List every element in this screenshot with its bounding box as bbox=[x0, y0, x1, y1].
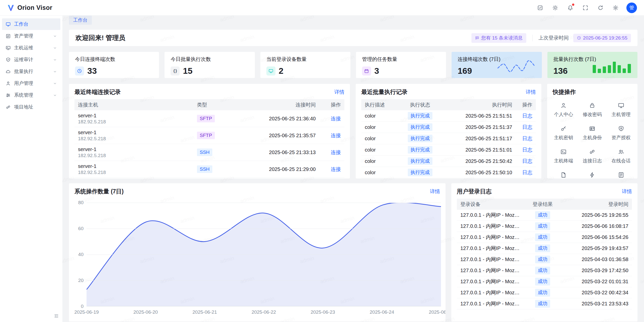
quick-action-command-exec[interactable]: 命令执行 bbox=[578, 172, 607, 178]
stat-value: 3 bbox=[374, 66, 379, 76]
connect-link[interactable]: 连接 bbox=[331, 116, 341, 121]
table-row: server-1182.92.5.218 SSH 2025-06-25 21:3… bbox=[74, 144, 344, 161]
sidebar-item-batch-exec[interactable]: 批量执行 bbox=[2, 66, 60, 77]
connect-link[interactable]: 连接 bbox=[331, 166, 341, 172]
main-content: 工作台 欢迎回来! 管理员 您有 15 条未读消息 上次登录时间 2025-06… bbox=[62, 16, 644, 322]
tune-settings-icon bbox=[6, 93, 11, 98]
quick-action-host-manage[interactable]: 主机管理 bbox=[607, 102, 635, 118]
theme-sun-icon[interactable] bbox=[551, 4, 559, 12]
cloud-icon bbox=[6, 69, 11, 74]
stat-card-terminal-today: 今日连接终端次数 33 bbox=[69, 52, 159, 78]
terminal-records-detail-link[interactable]: 详情 bbox=[334, 89, 344, 95]
log-link[interactable]: 日志 bbox=[522, 136, 532, 141]
log-link[interactable]: 日志 bbox=[522, 147, 532, 153]
lock-icon bbox=[589, 102, 595, 109]
quick-action-host-identity[interactable]: 主机身份 bbox=[578, 125, 607, 141]
connect-link[interactable]: 连接 bbox=[331, 150, 341, 155]
log-link[interactable]: 日志 bbox=[522, 113, 532, 119]
log-link[interactable]: 日志 bbox=[522, 170, 532, 175]
user-avatar[interactable]: 管 bbox=[626, 3, 637, 13]
quick-action-asset-grant[interactable]: 资产授权 bbox=[607, 125, 635, 141]
table-row: server-1182.92.5.218 SSH 2025-06-25 21:2… bbox=[74, 161, 344, 178]
card-title: 系统操作数量 (7日) bbox=[74, 188, 124, 195]
log-link[interactable]: 日志 bbox=[522, 124, 532, 130]
table-row: color 执行完成 2025-06-25 21:51:37 日志 bbox=[361, 122, 536, 133]
login-result-badge: 成功 bbox=[535, 256, 550, 263]
quick-action-host-key[interactable]: 主机密钥 bbox=[549, 125, 578, 141]
card-title: 最近批量执行记录 bbox=[361, 88, 408, 96]
quick-action-host-terminal[interactable]: 主机终端 bbox=[549, 149, 578, 164]
quick-action-file-log[interactable]: 文件操作日志 bbox=[549, 172, 578, 178]
key-icon bbox=[560, 125, 567, 132]
tab-workbench[interactable]: 工作台 bbox=[69, 16, 92, 25]
x-axis-labels: 2025-06-192025-06-202025-06-212025-06-22… bbox=[87, 306, 441, 316]
sidebar-item-system[interactable]: 系统管理 bbox=[2, 89, 60, 101]
sidebar-item-label: 系统管理 bbox=[14, 92, 33, 98]
quick-action-exec-log[interactable]: 执行日志 bbox=[607, 172, 635, 178]
quick-actions-card: 快捷操作 个人中心 修改密码 主机管理 主机密钥 bbox=[547, 84, 637, 178]
table-row: server-1182.92.5.218 SFTP 2025-06-25 21:… bbox=[74, 110, 344, 127]
message-icon bbox=[475, 36, 479, 40]
batch-records-detail-link[interactable]: 详情 bbox=[526, 89, 536, 95]
sidebar-item-label: 主机运维 bbox=[14, 45, 33, 51]
sidebar-item-users[interactable]: 用户管理 bbox=[2, 78, 60, 89]
stats-row: 今日连接终端次数 33 今日批量执行次数 { } 15 当前登录设备数量 2 bbox=[69, 52, 637, 78]
login-logs-detail-link[interactable]: 详情 bbox=[622, 188, 632, 195]
chevron-down-icon bbox=[53, 34, 57, 38]
orion-visor-logo-icon bbox=[7, 4, 15, 12]
fullscreen-icon[interactable] bbox=[581, 4, 590, 12]
exec-status-badge: 执行完成 bbox=[408, 112, 432, 120]
monitor-icon bbox=[618, 102, 624, 109]
refresh-icon[interactable] bbox=[596, 4, 605, 12]
table-row: 127.0.0.1 - 内网IP - Mozilla/5.0 (Windows … bbox=[457, 254, 632, 265]
chevron-down-icon bbox=[53, 46, 57, 50]
braces-icon: { } bbox=[171, 66, 180, 76]
card-title: 最近终端连接记录 bbox=[74, 88, 121, 96]
quick-action-connect-log[interactable]: 连接日志 bbox=[578, 149, 607, 164]
stat-card-tasks: 管理的任务数量 3 bbox=[356, 52, 446, 78]
login-result-badge: 成功 bbox=[535, 278, 550, 285]
login-result-badge: 成功 bbox=[535, 244, 550, 252]
card-title: 用户登录日志 bbox=[457, 188, 492, 195]
table-row: color 执行完成 2025-06-25 21:51:01 日志 bbox=[361, 144, 536, 156]
notification-bell-icon[interactable] bbox=[566, 4, 575, 12]
unread-messages-badge[interactable]: 您有 15 条未读消息 bbox=[471, 33, 526, 43]
terminal-records-card: 最近终端连接记录 详情 连接主机 类型 连接时间 操作 server-1182.… bbox=[69, 84, 350, 178]
menu-collapse-icon[interactable] bbox=[54, 313, 59, 318]
card-title: 快捷操作 bbox=[553, 88, 576, 96]
sidebar-item-workbench[interactable]: 工作台 bbox=[2, 18, 60, 30]
link-icon bbox=[589, 149, 595, 155]
shield-audit-icon bbox=[6, 57, 11, 62]
log-link[interactable]: 日志 bbox=[522, 158, 532, 164]
login-result-badge: 成功 bbox=[535, 267, 550, 274]
sidebar-item-assets[interactable]: 资产管理 bbox=[2, 30, 60, 42]
person-icon bbox=[560, 102, 567, 109]
connect-link[interactable]: 连接 bbox=[331, 133, 341, 138]
table-row: color 执行完成 2025-06-25 21:51:51 日志 bbox=[361, 110, 536, 122]
exec-status-badge: 执行完成 bbox=[408, 157, 432, 165]
exec-status-badge: 执行完成 bbox=[408, 146, 432, 154]
check-square-icon[interactable] bbox=[536, 4, 544, 12]
system-chart-detail-link[interactable]: 详情 bbox=[430, 188, 440, 195]
table-row: 127.0.0.1 - 内网IP - Mozilla/5.0 (Windows … bbox=[457, 221, 632, 232]
sidebar-item-host-ops[interactable]: 主机运维 bbox=[2, 42, 60, 54]
welcome-title: 欢迎回来! 管理员 bbox=[75, 33, 125, 42]
settings-gear-icon[interactable] bbox=[611, 4, 620, 12]
monitor-icon bbox=[266, 66, 275, 76]
last-login-time-badge: 2025-06-25 19:26:55 bbox=[573, 34, 631, 42]
sidebar-item-label: 批量执行 bbox=[14, 68, 33, 75]
file-icon bbox=[560, 172, 567, 178]
stat-value: 169 bbox=[458, 66, 472, 76]
quick-action-change-password[interactable]: 修改密码 bbox=[578, 102, 607, 118]
sidebar-item-project-url[interactable]: 项目地址 bbox=[2, 101, 60, 113]
stat-card-terminal-7d: 连接终端次数 (7日) 169 bbox=[452, 52, 542, 78]
stat-value: 2 bbox=[279, 66, 284, 76]
quick-action-personal-center[interactable]: 个人中心 bbox=[549, 102, 578, 118]
sidebar-item-audit[interactable]: 运维审计 bbox=[2, 54, 60, 65]
sidebar-item-label: 资产管理 bbox=[14, 33, 33, 39]
login-result-badge: 成功 bbox=[535, 289, 550, 297]
protocol-badge: SFTP bbox=[197, 132, 215, 139]
login-logs-card: 用户登录日志 详情 登录设备 登录结果 登录时间 127.0.0.1 - 内网I… bbox=[451, 183, 637, 321]
quick-action-online-session[interactable]: 在线会话 bbox=[607, 149, 635, 164]
protocol-badge: SSH bbox=[197, 149, 212, 156]
